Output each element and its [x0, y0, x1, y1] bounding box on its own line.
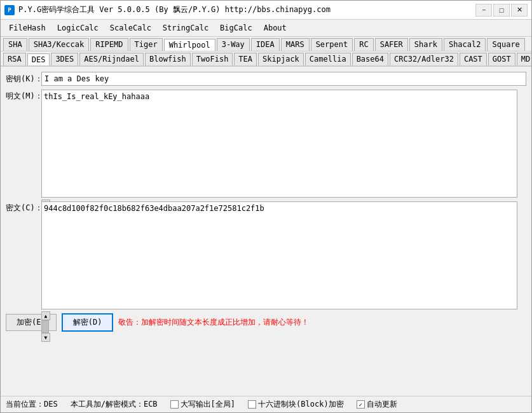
hex-block-label: 十六进制块(Block)加密: [258, 399, 344, 410]
tab-rsa[interactable]: RSA: [3, 53, 26, 65]
menu-stringcalc[interactable]: StringCalc: [157, 21, 214, 35]
minimize-button[interactable]: －: [475, 4, 492, 17]
tab-tiger[interactable]: Tiger: [130, 38, 163, 51]
tab-camellia[interactable]: Camellia: [305, 53, 351, 65]
tab-ripemd[interactable]: RIPEMD: [90, 38, 128, 51]
ciphertext-section: 密文(C)： 944c8d100f82f0c18b682f63e4dbaa207…: [6, 201, 526, 309]
ciphertext-scroll-track: [41, 320, 49, 333]
tab-idea[interactable]: IDEA: [251, 38, 280, 51]
plaintext-wrapper: thIs_Is_real_kEy_hahaaa ▲ ▼: [41, 90, 526, 198]
tab-twofish[interactable]: TwoFish: [192, 53, 233, 65]
plaintext-label: 明文(M)：: [6, 90, 38, 102]
title-bar: P P.Y.G密码学综合工具 Ver 5.0.0.5 (By 飘云/P.Y.G)…: [1, 1, 531, 20]
maximize-button[interactable]: □: [493, 4, 510, 17]
plaintext-textarea[interactable]: thIs_Is_real_kEy_hahaaa: [41, 90, 517, 198]
tab-shark[interactable]: Shark: [409, 38, 442, 51]
uppercase-checkbox-wrapper[interactable]: 大写输出[全局]: [170, 399, 235, 410]
tab-base64[interactable]: Base64: [352, 53, 388, 65]
tab-skipjack[interactable]: Skipjack: [258, 53, 304, 65]
uppercase-checkbox[interactable]: [170, 400, 179, 409]
tab-sha[interactable]: SHA: [3, 38, 27, 51]
tab-tea[interactable]: TEA: [234, 53, 257, 65]
tab-md[interactable]: MD: [517, 53, 531, 65]
tabs-row-2: RSA DES 3DES AES/Rijndael Blowfish TwoFi…: [1, 51, 531, 67]
close-button[interactable]: ✕: [511, 4, 528, 17]
tab-crc32[interactable]: CRC32/Adler32: [390, 53, 458, 65]
ciphertext-scroll-thumb[interactable]: [41, 320, 49, 333]
status-bar: 当前位置：DES 本工具加/解密模式：ECB 大写输出[全局] 十六进制块(Bl…: [1, 396, 531, 412]
ciphertext-wrapper: 944c8d100f82f0c18b682f63e4dbaa207a2f1e72…: [41, 201, 526, 309]
tab-cast[interactable]: CAST: [460, 53, 487, 65]
tab-gost[interactable]: GOST: [488, 53, 515, 65]
key-row: 密钥(K)：: [6, 72, 526, 86]
main-content: 密钥(K)： 明文(M)： thIs_Is_real_kEy_hahaaa ▲ …: [1, 67, 531, 396]
status-mode: 本工具加/解密模式：ECB: [71, 399, 158, 410]
menu-filehash[interactable]: FileHash: [3, 21, 51, 35]
auto-update-label: 自动更新: [367, 399, 397, 410]
menu-about[interactable]: About: [258, 21, 292, 35]
uppercase-label: 大写输出[全局]: [181, 399, 235, 410]
ciphertext-textarea[interactable]: 944c8d100f82f0c18b682f63e4dbaa207a2f1e72…: [41, 201, 517, 309]
tab-des[interactable]: DES: [27, 53, 50, 66]
tab-aes[interactable]: AES/Rijndael: [79, 53, 144, 65]
hex-block-checkbox-wrapper[interactable]: 十六进制块(Block)加密: [248, 399, 344, 410]
plaintext-section: 明文(M)： thIs_Is_real_kEy_hahaaa ▲ ▼: [6, 90, 526, 198]
app-icon: P: [4, 5, 15, 15]
tab-sha3[interactable]: SHA3/Keccak: [29, 38, 89, 51]
menu-bar: FileHash LogicCalc ScaleCalc StringCalc …: [1, 20, 531, 37]
tab-safer[interactable]: SAFER: [375, 38, 408, 51]
menu-bigcalc[interactable]: BigCalc: [214, 21, 258, 35]
menu-scalecalc[interactable]: ScaleCalc: [104, 21, 157, 35]
tab-square[interactable]: Square: [487, 38, 524, 51]
ciphertext-scroll-up[interactable]: ▲: [41, 311, 50, 320]
auto-update-checkbox[interactable]: [357, 400, 365, 409]
auto-update-checkbox-wrapper[interactable]: 自动更新: [357, 399, 397, 410]
ciphertext-scrollbar[interactable]: ▲ ▼: [41, 311, 526, 342]
window-title: P.Y.G密码学综合工具 Ver 5.0.0.5 (By 飘云/P.Y.G) h…: [18, 4, 475, 15]
tab-blowfish[interactable]: Blowfish: [145, 53, 191, 65]
tab-shacal2[interactable]: Shacal2: [444, 38, 486, 51]
ciphertext-scroll-down[interactable]: ▼: [41, 333, 50, 342]
tabs-row-1: SHA SHA3/Keccak RIPEMD Tiger Whirlpool 3…: [1, 37, 531, 51]
main-window: P P.Y.G密码学综合工具 Ver 5.0.0.5 (By 飘云/P.Y.G)…: [0, 0, 532, 413]
tab-mars[interactable]: MARS: [281, 38, 310, 51]
window-controls: － □ ✕: [475, 4, 528, 17]
tab-whirlpool[interactable]: Whirlpool: [164, 39, 215, 51]
hex-block-checkbox[interactable]: [248, 400, 256, 409]
menu-logiccalc[interactable]: LogicCalc: [51, 21, 104, 35]
ciphertext-label: 密文(C)：: [6, 201, 38, 213]
key-label: 密钥(K)：: [6, 74, 38, 85]
tab-serpent[interactable]: Serpent: [311, 38, 353, 51]
status-position: 当前位置：DES: [6, 399, 58, 410]
tab-rc[interactable]: RC: [354, 38, 373, 51]
tab-3des[interactable]: 3DES: [51, 53, 78, 65]
key-input[interactable]: [41, 72, 526, 86]
tab-3way[interactable]: 3-Way: [217, 38, 250, 51]
